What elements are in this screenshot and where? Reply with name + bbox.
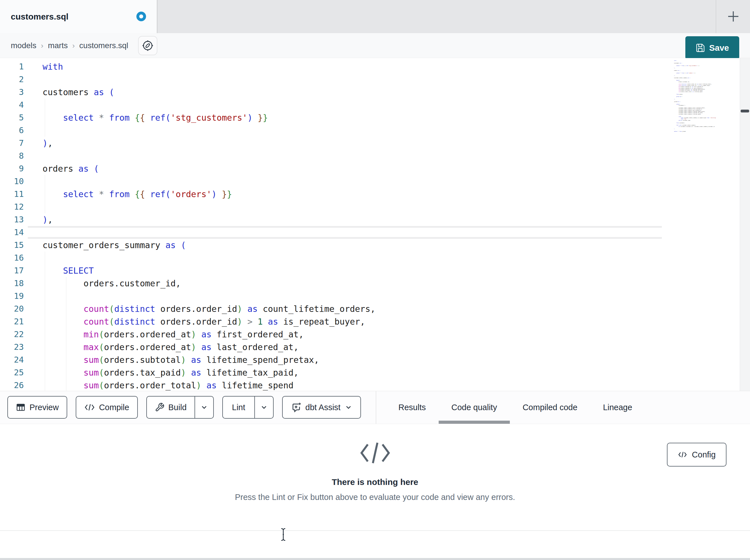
line-number[interactable]: 3 [0, 86, 24, 99]
code-icon [678, 451, 687, 458]
open-docs-button[interactable] [138, 36, 157, 55]
build-dropdown-button[interactable] [195, 397, 213, 418]
code-line[interactable]: 1with [0, 60, 740, 73]
line-number[interactable]: 11 [0, 188, 24, 201]
minimap[interactable]: withcustomers as ( select * from {{ ref(… [674, 60, 716, 136]
code-line[interactable]: 19 [0, 290, 740, 303]
tab-strip-separator [716, 0, 716, 33]
build-label: Build [169, 403, 187, 412]
line-number[interactable]: 5 [0, 111, 24, 124]
chevron-down-icon [260, 403, 268, 411]
new-tab-button[interactable] [725, 8, 742, 25]
line-number[interactable]: 16 [0, 251, 24, 264]
line-number[interactable]: 13 [0, 213, 24, 226]
code-line[interactable]: 26 sum(orders.order_total) as lifetime_s… [0, 379, 740, 391]
code-line[interactable]: 2 [0, 73, 740, 86]
code-line[interactable]: 25 sum(orders.tax_paid) as lifetime_tax_… [0, 366, 740, 379]
build-button[interactable]: Build [146, 396, 214, 419]
editor-scrollbar[interactable] [740, 58, 750, 391]
code-line[interactable]: 18 orders.customer_id, [0, 277, 740, 290]
empty-state: There is nothing here Press the Lint or … [0, 441, 750, 502]
breadcrumb-item[interactable]: marts [48, 41, 68, 50]
lint-button[interactable]: Lint [222, 396, 274, 419]
code-editor[interactable]: 1with23customers as (45 select * from {{… [0, 58, 750, 391]
minimap-line: select * from joined [674, 131, 716, 132]
code-line[interactable]: 24 sum(orders.subtotal) as lifetime_spen… [0, 353, 740, 366]
code-line[interactable]: 11 select * from {{ ref('orders') }} [0, 188, 740, 201]
line-number[interactable]: 7 [0, 137, 24, 149]
line-number[interactable]: 20 [0, 303, 24, 315]
code-line-text: sum(orders.subtotal) as lifetime_spend_p… [42, 353, 319, 366]
line-number[interactable]: 9 [0, 162, 24, 175]
code-line-text: with [42, 60, 63, 73]
table-icon [16, 402, 25, 412]
config-button-label: Config [692, 450, 716, 459]
code-line[interactable]: 3customers as ( [0, 86, 740, 99]
line-number[interactable]: 25 [0, 366, 24, 379]
code-line[interactable]: 7), [0, 137, 740, 149]
dbt-assist-button[interactable]: dbt Assist [282, 396, 361, 419]
preview-button[interactable]: Preview [7, 396, 67, 419]
line-number[interactable]: 23 [0, 341, 24, 353]
code-line[interactable]: 17 SELECT [0, 264, 740, 277]
line-number[interactable]: 18 [0, 277, 24, 290]
panel-tab-lineage[interactable]: Lineage [590, 391, 645, 424]
line-number[interactable]: 26 [0, 379, 24, 391]
line-number[interactable]: 6 [0, 124, 24, 137]
code-line[interactable]: 13), [0, 213, 740, 226]
line-number[interactable]: 1 [0, 60, 24, 73]
config-button[interactable]: Config [667, 443, 727, 466]
code-line[interactable]: 9orders as ( [0, 162, 740, 175]
line-number[interactable]: 12 [0, 201, 24, 213]
line-number[interactable]: 10 [0, 175, 24, 188]
empty-state-title: There is nothing here [0, 477, 750, 487]
indent-guide [45, 124, 45, 137]
code-line[interactable]: 10 [0, 175, 740, 188]
save-button[interactable]: Save [685, 36, 739, 60]
code-line[interactable]: 5 select * from {{ ref('stg_customers') … [0, 111, 740, 124]
panel-tab-results[interactable]: Results [386, 391, 439, 424]
code-line-text: select * from {{ ref('stg_customers') }} [42, 111, 268, 124]
panel-tab-compiled-code[interactable]: Compiled code [510, 391, 590, 424]
code-line[interactable]: 6 [0, 124, 740, 137]
code-line[interactable]: 15customer_orders_summary as ( [0, 239, 740, 251]
code-line[interactable]: 12 [0, 201, 740, 213]
code-line-text: select * from {{ ref('orders') }} [42, 188, 232, 201]
line-number[interactable]: 19 [0, 290, 24, 303]
compile-button[interactable]: Compile [76, 396, 138, 419]
code-line-text: max(orders.ordered_at) as last_ordered_a… [42, 341, 299, 353]
code-line[interactable]: 16 [0, 251, 740, 264]
line-number[interactable]: 21 [0, 315, 24, 328]
code-line[interactable]: 4 [0, 99, 740, 111]
save-button-label: Save [709, 43, 729, 53]
line-number[interactable]: 22 [0, 328, 24, 341]
code-line[interactable]: 14 [0, 226, 740, 239]
panel-tab-code-quality[interactable]: Code quality [439, 391, 510, 424]
line-number[interactable]: 17 [0, 264, 24, 277]
line-number[interactable]: 14 [0, 226, 24, 239]
line-number[interactable]: 24 [0, 353, 24, 366]
line-number[interactable]: 8 [0, 149, 24, 162]
scrollbar-marker[interactable] [741, 110, 749, 112]
bottom-toolbar: Preview Compile Build [0, 391, 750, 424]
line-number[interactable]: 15 [0, 239, 24, 251]
code-line[interactable]: 21 count(distinct orders.order_id) > 1 a… [0, 315, 740, 328]
code-icon [84, 403, 95, 412]
code-line-text: count(distinct orders.order_id) as count… [42, 303, 375, 315]
compile-label: Compile [99, 403, 129, 412]
line-number[interactable]: 2 [0, 73, 24, 86]
breadcrumb-item[interactable]: customers.sql [79, 41, 129, 50]
code-line[interactable]: 20 count(distinct orders.order_id) as co… [0, 303, 740, 315]
code-line[interactable]: 8 [0, 149, 740, 162]
lint-label: Lint [232, 403, 245, 412]
file-tab-customers-sql[interactable]: customers.sql [0, 0, 157, 33]
code-lines: 1with23customers as (45 select * from {{… [0, 60, 740, 391]
code-line-text: min(orders.ordered_at) as first_ordered_… [42, 328, 304, 341]
breadcrumb-item[interactable]: models [11, 41, 36, 50]
code-line[interactable]: 23 max(orders.ordered_at) as last_ordere… [0, 341, 740, 353]
lint-dropdown-button[interactable] [254, 397, 273, 418]
preview-label: Preview [29, 403, 59, 412]
current-line-highlight [28, 226, 662, 239]
line-number[interactable]: 4 [0, 99, 24, 111]
code-line[interactable]: 22 min(orders.ordered_at) as first_order… [0, 328, 740, 341]
